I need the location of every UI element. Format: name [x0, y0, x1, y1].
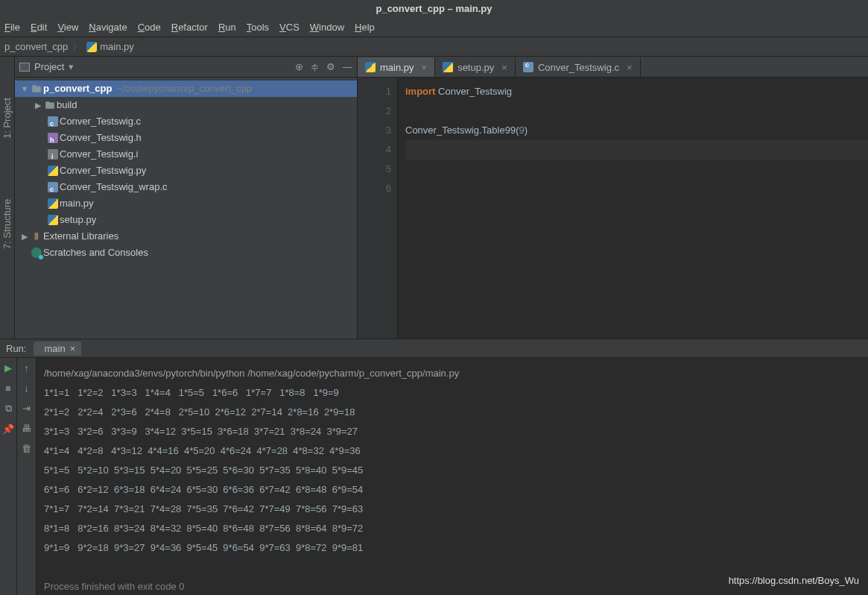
- tree-item[interactable]: Conver_Testswig_wrap.c: [15, 179, 357, 195]
- trash-icon[interactable]: 🗑: [22, 443, 31, 454]
- console-output[interactable]: /home/xag/anaconda3/envs/pytorch/bin/pyt…: [37, 358, 868, 595]
- left-tool-rail: 1: Project 7: Structure: [0, 57, 15, 339]
- tree-item[interactable]: Conver_Testswig.c: [15, 113, 357, 130]
- menu-run[interactable]: Run: [218, 22, 236, 33]
- layout-icon[interactable]: ⧉: [5, 403, 12, 415]
- breadcrumb-sep: 〉: [72, 40, 82, 54]
- tree-item[interactable]: ▶build: [15, 97, 357, 113]
- tree-item[interactable]: setup.py: [15, 212, 357, 228]
- file-icon: [46, 116, 60, 127]
- file-icon: [46, 149, 60, 160]
- breadcrumb-root[interactable]: p_convert_cpp: [4, 41, 68, 52]
- file-icon: [46, 133, 60, 143]
- menu-vcs[interactable]: VCS: [279, 22, 300, 33]
- print-icon[interactable]: 🖶: [22, 423, 31, 434]
- expand-icon[interactable]: ▶: [33, 97, 43, 113]
- menu-refactor[interactable]: Refactor: [171, 22, 208, 33]
- gear-icon[interactable]: ⚙: [326, 61, 335, 72]
- console-line: 3*1=3 3*2=6 3*3=9 3*4=12 3*5=15 3*6=18 3…: [44, 422, 861, 441]
- tree-item[interactable]: Conver_Testswig.py: [15, 163, 357, 179]
- close-icon[interactable]: ×: [422, 62, 428, 73]
- menu-view[interactable]: View: [57, 22, 78, 33]
- down-icon[interactable]: ↓: [24, 382, 29, 394]
- code-line: [405, 160, 868, 179]
- expand-icon[interactable]: ▼: [19, 81, 30, 97]
- tree-item[interactable]: Conver_Testswig.i: [15, 146, 357, 163]
- close-icon[interactable]: ×: [501, 62, 507, 73]
- line-number: 5: [358, 160, 391, 179]
- tree-item-label: setup.py: [60, 212, 96, 228]
- run-tab[interactable]: main ×: [34, 341, 81, 356]
- dropdown-icon[interactable]: ▾: [69, 61, 74, 72]
- tree-item-label: Conver_Testswig_wrap.c: [60, 179, 168, 195]
- run-panel: ▶ ■ ⧉ 📌 ↑ ↓ ⇥ 🖶 🗑 /home/xag/anaconda3/en…: [0, 358, 868, 595]
- stop-icon[interactable]: ■: [5, 382, 11, 394]
- console-line: 2*1=2 2*2=4 2*3=6 2*4=8 2*5=10 2*6=12 2*…: [44, 403, 861, 422]
- tree-item-label: Conver_Testswig.py: [60, 163, 146, 179]
- tab-label: main.py: [380, 62, 414, 73]
- tree-root-path: ~/code/pycharm/p_convert_cpp: [116, 81, 252, 97]
- file-icon: [46, 215, 60, 225]
- nav-bar: p_convert_cpp 〉 main.py: [0, 37, 868, 57]
- close-icon[interactable]: ×: [70, 343, 76, 354]
- editor-tab[interactable]: main.py×: [358, 57, 435, 77]
- editor-tab[interactable]: Conver_Testswig.c×: [516, 57, 641, 77]
- hide-icon[interactable]: —: [343, 61, 352, 72]
- file-icon: [46, 166, 60, 176]
- code-line: import Conver_Testswig: [405, 82, 868, 101]
- menu-edit[interactable]: Edit: [31, 22, 47, 33]
- up-icon[interactable]: ↑: [24, 362, 29, 374]
- console-line: 1*1=1 1*2=2 1*3=3 1*4=4 1*5=5 1*6=6 1*7=…: [44, 383, 861, 403]
- rerun-icon[interactable]: ▶: [4, 362, 12, 374]
- tree-scratches[interactable]: Scratches and Consoles: [15, 245, 357, 261]
- tree-root[interactable]: ▼ p_convert_cpp ~/code/pycharm/p_convert…: [15, 81, 357, 97]
- code[interactable]: import Conver_Testswig Conver_Testswig.T…: [398, 78, 868, 339]
- run-left-rail: ▶ ■ ⧉ 📌: [0, 358, 17, 595]
- tree-item[interactable]: main.py: [15, 195, 357, 212]
- window-title: p_convert_cpp – main.py: [0, 0, 868, 18]
- code-area[interactable]: 123456 import Conver_Testswig Conver_Tes…: [358, 78, 868, 339]
- folder-icon: [30, 84, 43, 94]
- breadcrumb-file[interactable]: main.py: [86, 41, 134, 53]
- gutter: 123456: [358, 78, 398, 339]
- main-split: 1: Project 7: Structure Project ▾ ⊕ ≑ ⚙ …: [0, 57, 868, 339]
- console-line: 6*1=6 6*2=12 6*3=18 6*4=24 6*5=30 6*6=36…: [44, 480, 861, 500]
- tree-item-label: Conver_Testswig.c: [60, 113, 141, 130]
- scratches-icon: [30, 248, 43, 258]
- tree-item-label: build: [57, 97, 77, 113]
- close-icon[interactable]: ×: [627, 62, 633, 73]
- menu-file[interactable]: File: [4, 22, 20, 33]
- line-number: 4: [358, 140, 391, 160]
- editor-tab[interactable]: setup.py×: [435, 57, 516, 77]
- watermark: https://blog.csdn.net/Boys_Wu: [729, 571, 859, 591]
- project-panel-title[interactable]: Project: [34, 61, 64, 72]
- project-view-icon: [19, 63, 30, 72]
- line-number: 1: [358, 82, 391, 101]
- console-line: 9*1=9 9*2=18 9*3=27 9*4=36 9*5=45 9*6=54…: [44, 538, 861, 558]
- file-icon: [523, 62, 533, 72]
- breadcrumb-file-label: main.py: [100, 41, 134, 52]
- menu-code[interactable]: Code: [138, 22, 161, 33]
- library-icon: ⫴: [30, 228, 43, 245]
- rail-project-tab[interactable]: 1: Project: [1, 98, 13, 139]
- project-panel-header: Project ▾ ⊕ ≑ ⚙ —: [15, 57, 357, 78]
- collapse-icon[interactable]: ≑: [311, 61, 319, 72]
- expand-icon[interactable]: ▶: [19, 228, 30, 245]
- menu-help[interactable]: Help: [355, 22, 375, 33]
- locate-icon[interactable]: ⊕: [295, 61, 303, 72]
- rail-structure-tab[interactable]: 7: Structure: [1, 199, 13, 249]
- file-icon: [365, 62, 376, 72]
- tree-item-label: main.py: [60, 195, 94, 212]
- menu-navigate[interactable]: Navigate: [89, 22, 127, 33]
- tree-scratches-label: Scratches and Consoles: [43, 245, 148, 261]
- tree-item-label: Conver_Testswig.i: [60, 146, 139, 163]
- editor-tabs: main.py×setup.py×Conver_Testswig.c×: [358, 57, 868, 78]
- pin-icon[interactable]: 📌: [2, 424, 14, 435]
- menu-window[interactable]: Window: [310, 22, 344, 33]
- console-line: 5*1=5 5*2=10 5*3=15 5*4=20 5*5=25 5*6=30…: [44, 461, 861, 480]
- file-icon: [46, 182, 60, 192]
- menu-tools[interactable]: Tools: [247, 22, 269, 33]
- tree-external-libraries[interactable]: ▶ ⫴ External Libraries: [15, 228, 357, 245]
- tree-item[interactable]: Conver_Testswig.h: [15, 130, 357, 146]
- wrap-icon[interactable]: ⇥: [22, 403, 31, 414]
